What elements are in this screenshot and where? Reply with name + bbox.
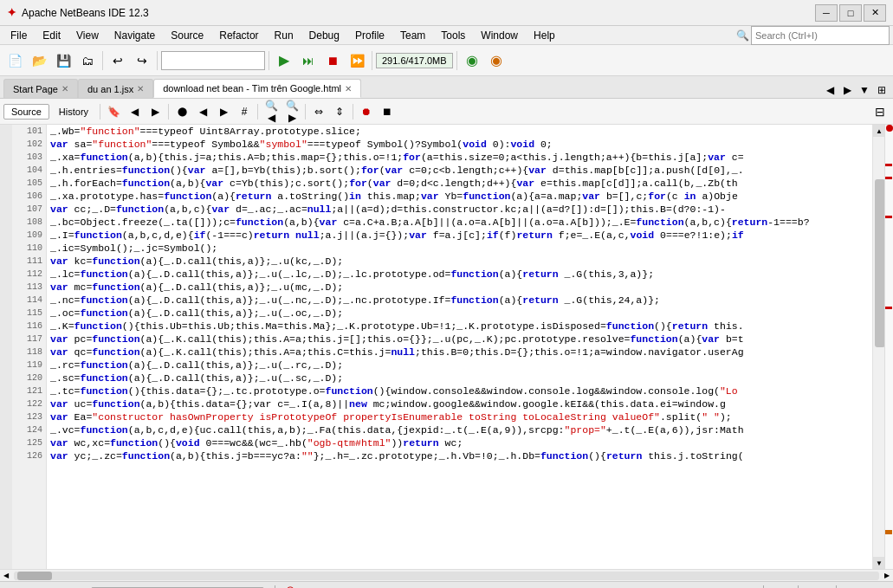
new-file-button[interactable]: 📄 xyxy=(3,49,26,72)
profile2-button[interactable]: ◉ xyxy=(485,49,508,72)
open-button[interactable]: 📂 xyxy=(28,49,50,72)
undo-button[interactable]: ↩ xyxy=(107,49,129,72)
tab-jsx[interactable]: du an 1.jsx ✕ xyxy=(78,79,153,98)
tab-close-jsx[interactable]: ✕ xyxy=(137,84,144,94)
tab-next-button[interactable]: ▶ xyxy=(839,82,855,98)
toggle-linenum-button[interactable]: # xyxy=(235,102,254,121)
horizontal-scrollbar[interactable]: ◀ ▶ xyxy=(0,569,893,581)
history-tab[interactable]: History xyxy=(51,104,96,120)
tab-close-html[interactable]: ✕ xyxy=(345,84,352,94)
h-scroll-track[interactable] xyxy=(14,572,879,580)
tab-menu-button[interactable]: ▼ xyxy=(857,82,872,98)
line-110: 110 xyxy=(12,242,46,255)
next-breakpoint-button[interactable]: ▶ xyxy=(214,102,233,121)
tab-prev-button[interactable]: ◀ xyxy=(822,82,838,98)
profile-button[interactable]: ◉ xyxy=(461,49,483,72)
menu-profile[interactable]: Profile xyxy=(348,28,391,43)
code-line-103: _.xa=function(a,b){this.j=a;this.A=b;thi… xyxy=(47,151,872,164)
run-button[interactable]: ▶ xyxy=(273,49,295,72)
toggle-breakpoint-button[interactable]: ⬤ xyxy=(172,102,191,121)
h-scroll-right-arrow[interactable]: ▶ xyxy=(881,570,893,582)
error-marker-103 xyxy=(885,164,892,166)
line-126: 126 xyxy=(12,449,46,462)
code-line-116: _.K=function(){this.Ub=this.Ub;this.Ma=t… xyxy=(47,320,872,333)
bp-row-123 xyxy=(0,410,12,423)
save-all-button[interactable]: 🗂 xyxy=(76,49,99,72)
search-next-button[interactable]: 🔍▶ xyxy=(282,102,301,121)
save-button[interactable]: 💾 xyxy=(52,49,74,72)
line-113: 113 xyxy=(12,281,46,294)
code-line-111: var kc=function(a){_.D.call(this,a)};_.u… xyxy=(47,255,872,268)
vertical-scrollbar[interactable]: ▲ ▼ xyxy=(872,125,884,569)
menu-tools[interactable]: Tools xyxy=(434,28,472,43)
code-line-104: _.h.entries=function(){var a=[],b=Yb(thi… xyxy=(47,164,872,177)
menu-view[interactable]: View xyxy=(69,28,106,43)
line-107: 107 xyxy=(12,203,46,216)
line-101: 101 xyxy=(12,125,46,138)
diff-button[interactable]: ⇔ xyxy=(309,102,328,121)
tab-html[interactable]: download net bean - Tìm trên Google.html… xyxy=(153,79,361,98)
tab-maximize-button[interactable]: ⊞ xyxy=(874,82,890,98)
bp-row-117 xyxy=(0,333,12,346)
bp-row-124 xyxy=(0,423,12,436)
next-bookmark-button[interactable]: ▶ xyxy=(146,102,165,121)
toggle-bookmarks-button[interactable]: 🔖 xyxy=(104,102,123,121)
menu-refactor[interactable]: Refactor xyxy=(212,28,265,43)
debug-button[interactable]: ⏭ xyxy=(297,49,320,72)
bp-row-126 xyxy=(0,449,12,462)
search-input[interactable] xyxy=(751,26,890,45)
prev-breakpoint-button[interactable]: ◀ xyxy=(193,102,212,121)
step-over-button[interactable]: ⏩ xyxy=(346,49,368,72)
maximize-button[interactable]: □ xyxy=(839,4,862,22)
close-button[interactable]: ✕ xyxy=(864,4,886,22)
code-line-113: var mc=function(a){_.D.call(this,a)};_.u… xyxy=(47,281,872,294)
line-102: 102 xyxy=(12,138,46,151)
editor-sep-1 xyxy=(100,104,100,120)
bp-row-101 xyxy=(0,125,12,138)
tab-start-page[interactable]: Start Page ✕ xyxy=(3,79,78,98)
code-line-126: var yc;_.zc=function(a,b){this.j=b===yc?… xyxy=(47,449,872,462)
stop-record-button[interactable]: ⏹ xyxy=(378,102,397,121)
menu-edit[interactable]: Edit xyxy=(36,28,68,43)
menu-team[interactable]: Team xyxy=(393,28,432,43)
bp-row-119 xyxy=(0,359,12,372)
menu-source[interactable]: Source xyxy=(164,28,210,43)
menu-run[interactable]: Run xyxy=(268,28,301,43)
line-114: 114 xyxy=(12,294,46,307)
code-line-105: _.h.forEach=function(a,b){var c=Yb(this)… xyxy=(47,177,872,190)
editor-sep-5 xyxy=(353,104,353,120)
tab-close-start-page[interactable]: ✕ xyxy=(61,84,68,94)
source-tab[interactable]: Source xyxy=(3,104,49,120)
bp-row-105 xyxy=(0,177,12,190)
scroll-up-arrow[interactable]: ▲ xyxy=(873,125,885,137)
line-120: 120 xyxy=(12,372,46,384)
menu-file[interactable]: File xyxy=(3,28,34,43)
maximize-editor-button[interactable]: ⊟ xyxy=(870,102,890,121)
scroll-down-arrow[interactable]: ▼ xyxy=(873,557,885,569)
minimize-button[interactable]: ─ xyxy=(815,4,838,22)
prev-bookmark-button[interactable]: ◀ xyxy=(125,102,144,121)
bp-row-115 xyxy=(0,307,12,320)
menu-window[interactable]: Window xyxy=(474,28,525,43)
bp-row-118 xyxy=(0,346,12,359)
search-prev-button[interactable]: 🔍◀ xyxy=(262,102,281,121)
menu-navigate[interactable]: Navigate xyxy=(107,28,162,43)
bp-row-116 xyxy=(0,320,12,333)
h-scroll-thumb[interactable] xyxy=(17,572,52,580)
stop-button[interactable]: ⏹ xyxy=(321,49,344,72)
bp-row-114 xyxy=(0,294,12,307)
record-button[interactable]: ⏺ xyxy=(357,102,376,121)
line-106: 106 xyxy=(12,190,46,203)
menu-debug[interactable]: Debug xyxy=(302,28,346,43)
menu-help[interactable]: Help xyxy=(527,28,562,43)
redo-button[interactable]: ↪ xyxy=(131,49,153,72)
line-number-gutter: 101 102 103 104 105 106 107 108 109 110 … xyxy=(12,125,47,569)
code-editor[interactable]: _.Wb="function"===typeof Uint8Array.prot… xyxy=(47,125,872,569)
line-105: 105 xyxy=(12,177,46,190)
bp-row-107 xyxy=(0,203,12,216)
code-line-117: var pc=function(a){_.K.call(this);this.A… xyxy=(47,333,872,346)
h-scroll-left-arrow[interactable]: ◀ xyxy=(0,570,12,582)
diff2-button[interactable]: ⇕ xyxy=(330,102,349,121)
location-input[interactable] xyxy=(161,51,265,70)
bp-row-113 xyxy=(0,281,12,294)
